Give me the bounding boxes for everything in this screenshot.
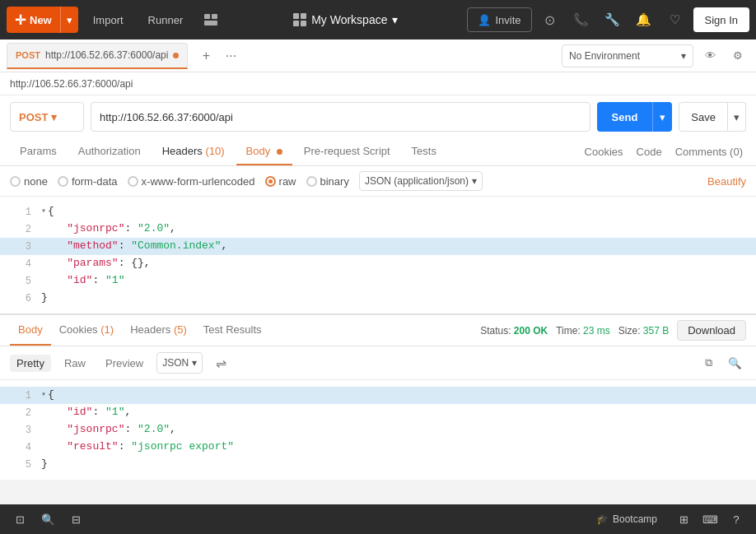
request-tab-right: Cookies Code Comments (0): [581, 139, 746, 165]
bottom-bar: ⊡ 🔍 ⊟ 🎓 Bootcamp ⊞ ⌨ ?: [0, 504, 756, 534]
svg-rect-5: [293, 21, 299, 26]
response-code-editor[interactable]: 1 ▾ { 2 "id": "1", 3 "jsonrpc": "2.0", 4…: [0, 380, 756, 480]
svg-rect-4: [301, 13, 306, 19]
bottom-console-icon[interactable]: ⊟: [64, 508, 87, 531]
import-button[interactable]: Import: [83, 7, 133, 33]
tab-body[interactable]: Body: [236, 138, 292, 165]
keyboard-icon[interactable]: ⌨: [698, 508, 721, 531]
request-code-editor[interactable]: 1 ▾ { 2 "jsonrpc": "2.0", 3 "method": "C…: [0, 197, 756, 313]
bottom-search-icon[interactable]: 🔍: [36, 508, 59, 531]
url-encoded-radio: [128, 176, 138, 187]
send-button-group: Send ▾: [597, 102, 673, 132]
settings-icon-btn[interactable]: 🔧: [600, 7, 626, 33]
workspace-button[interactable]: My Workspace ▾: [293, 13, 398, 26]
response-status: Status: 200 OK Time: 23 ms Size: 357 B D…: [480, 320, 746, 341]
beautify-button[interactable]: Beautify: [707, 175, 746, 188]
view-pretty-button[interactable]: Pretty: [10, 355, 51, 372]
runner-button[interactable]: Runner: [138, 7, 194, 33]
comments-link[interactable]: Comments (0): [672, 139, 746, 165]
request-tab[interactable]: POST http://106.52.66.37:6000/api: [7, 43, 188, 69]
form-data-radio: [58, 176, 68, 187]
body-binary-option[interactable]: binary: [306, 175, 349, 188]
resp-tab-test-results[interactable]: Test Results: [195, 315, 270, 346]
cookies-link[interactable]: Cookies: [581, 139, 627, 165]
response-area: Body Cookies (1) Headers (5) Test Result…: [0, 314, 756, 480]
environment-select[interactable]: No Environment ▾: [562, 44, 693, 67]
url-breadcrumb-row: http://106.52.66.37:6000/api: [0, 72, 756, 95]
bottom-build-icon[interactable]: ⊡: [8, 508, 31, 531]
phone-icon-btn[interactable]: 📞: [568, 7, 595, 33]
svg-rect-2: [204, 21, 217, 26]
tab-headers[interactable]: Headers (10): [152, 138, 235, 165]
url-input[interactable]: [91, 102, 590, 132]
bootcamp-button[interactable]: 🎓 Bootcamp: [590, 513, 664, 525]
resp-fold-1[interactable]: ▾: [41, 387, 46, 403]
new-button[interactable]: ✛ New ▾: [7, 7, 78, 33]
resp-json-select[interactable]: JSON ▾: [156, 352, 203, 374]
body-options: none form-data x-www-form-urlencoded raw…: [0, 166, 756, 197]
svg-rect-6: [301, 21, 306, 26]
save-arrow-button[interactable]: ▾: [728, 102, 746, 132]
resp-line-3: 3 "jsonrpc": "2.0",: [0, 421, 756, 439]
req-line-1: 1 ▾ {: [0, 203, 756, 221]
tab-modified-dot: [173, 53, 179, 58]
req-line-5: 5 "id": "1": [0, 272, 756, 290]
request-area: POST ▾ Send ▾ Save ▾ Params Authorizatio…: [0, 95, 756, 314]
response-icons: ⧉ 🔍: [697, 351, 746, 374]
notifications-icon-btn[interactable]: 🔔: [631, 7, 657, 33]
code-link[interactable]: Code: [633, 139, 665, 165]
binary-radio: [306, 176, 317, 187]
save-button-group: Save ▾: [679, 102, 746, 132]
invite-icon: 👤: [478, 14, 491, 26]
view-raw-button[interactable]: Raw: [58, 355, 92, 372]
save-button[interactable]: Save: [679, 102, 728, 132]
invite-button[interactable]: 👤 Invite: [467, 7, 531, 32]
url-breadcrumb: http://106.52.66.37:6000/api: [10, 78, 133, 90]
req-line-2: 2 "jsonrpc": "2.0",: [0, 221, 756, 238]
main-toolbar: ✛ New ▾ Import Runner My Workspace ▾ 👤 I…: [0, 0, 756, 39]
layout-button[interactable]: [198, 7, 224, 33]
body-raw-option[interactable]: raw: [265, 175, 296, 188]
resp-line-5: 5 }: [0, 456, 756, 473]
copy-icon-btn[interactable]: ⧉: [697, 351, 720, 374]
search-resp-icon-btn[interactable]: 🔍: [723, 351, 746, 374]
search-icon-btn[interactable]: ⊙: [537, 7, 563, 33]
more-tabs-button[interactable]: ···: [221, 46, 240, 66]
view-preview-button[interactable]: Preview: [99, 355, 150, 372]
body-form-data-option[interactable]: form-data: [58, 175, 118, 188]
download-button[interactable]: Download: [677, 320, 746, 341]
tab-authorization[interactable]: Authorization: [68, 138, 151, 165]
workspace-center: My Workspace ▾: [229, 13, 462, 26]
raw-radio: [265, 176, 276, 187]
resp-line-4: 4 "result": "jsonrpc export": [0, 439, 756, 456]
gear-icon-btn[interactable]: ⚙: [726, 44, 749, 67]
svg-rect-0: [204, 14, 210, 19]
send-button[interactable]: Send: [597, 102, 653, 132]
add-tab-button[interactable]: +: [196, 46, 216, 66]
resp-tab-cookies[interactable]: Cookies (1): [51, 315, 122, 346]
tab-tests[interactable]: Tests: [402, 138, 446, 165]
svg-rect-3: [293, 13, 299, 19]
new-button-label: ✛ New: [7, 12, 60, 28]
json-type-select[interactable]: JSON (application/json) ▾: [359, 171, 483, 191]
method-select[interactable]: POST ▾: [10, 102, 84, 132]
send-arrow-button[interactable]: ▾: [652, 102, 672, 132]
request-tabs: Params Authorization Headers (10) Body P…: [0, 138, 756, 166]
body-none-option[interactable]: none: [10, 175, 48, 188]
tab-pre-request[interactable]: Pre-request Script: [294, 138, 400, 165]
help-icon[interactable]: ?: [725, 508, 748, 531]
split-view-icon[interactable]: ⊞: [672, 508, 695, 531]
env-bar: No Environment ▾ 👁 ⚙: [562, 44, 749, 67]
wrap-button[interactable]: ⇌: [209, 353, 233, 374]
eye-icon-btn[interactable]: 👁: [698, 44, 721, 67]
new-button-arrow[interactable]: ▾: [60, 7, 78, 33]
method-url-row: POST ▾ Send ▾ Save ▾: [0, 95, 756, 138]
sign-in-button[interactable]: Sign In: [693, 7, 749, 32]
fold-1[interactable]: ▾: [41, 203, 46, 220]
heart-icon-btn[interactable]: ♡: [662, 7, 688, 33]
resp-tab-body[interactable]: Body: [10, 315, 51, 346]
tab-params[interactable]: Params: [10, 138, 67, 165]
resp-tab-headers[interactable]: Headers (5): [122, 315, 195, 346]
tab-method: POST: [16, 50, 40, 60]
body-url-encoded-option[interactable]: x-www-form-urlencoded: [128, 175, 255, 188]
